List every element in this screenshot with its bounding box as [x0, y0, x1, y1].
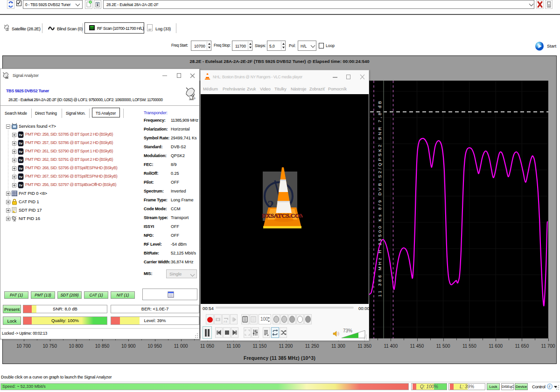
- svg-text:dB: dB: [192, 96, 196, 100]
- svg-text:tv: tv: [19, 141, 23, 145]
- svg-text:tv: tv: [19, 158, 23, 162]
- svg-text:tv: tv: [19, 166, 23, 171]
- svg-text:DXSATCS.COM: DXSATCS.COM: [262, 212, 303, 219]
- svg-text:tv: tv: [19, 133, 23, 137]
- svg-text:11 386 MHz H 29500 Ks 8/9 DVB-: 11 386 MHz H 29500 Ks 8/9 DVB-S2/QPSK2 S…: [377, 99, 382, 297]
- svg-text:tv: tv: [19, 183, 23, 187]
- svg-text:tv: tv: [19, 150, 23, 154]
- svg-text:A B: A B: [224, 320, 227, 323]
- svg-text:tv: tv: [19, 175, 23, 179]
